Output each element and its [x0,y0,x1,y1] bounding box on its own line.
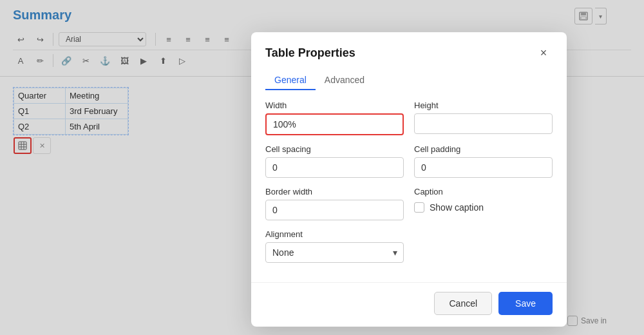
tab-advanced[interactable]: Advanced [316,71,374,90]
caption-label: Caption [414,187,553,196]
modal-header: Table Properties × [251,32,567,71]
cell-padding-input[interactable] [414,157,553,178]
table-properties-modal: Table Properties × General Advanced Widt… [251,32,567,327]
cell-padding-label: Cell padding [414,144,553,154]
save-button[interactable]: Save [498,292,553,315]
cell-padding-group: Cell padding [414,144,553,178]
show-caption-row: Show caption [414,202,553,213]
empty-group [414,229,553,263]
height-input[interactable] [414,113,553,134]
alignment-select[interactable]: None Left Center Right [265,242,404,263]
cell-spacing-group: Cell spacing [265,144,404,178]
border-width-label: Border width [265,187,404,196]
width-height-row: Width Height [265,100,553,135]
width-input[interactable] [265,113,404,135]
modal-title: Table Properties [265,46,355,60]
cell-spacing-input[interactable] [265,157,404,178]
tab-general[interactable]: General [265,71,316,90]
modal-footer: Cancel Save [251,282,567,327]
show-caption-label: Show caption [430,202,484,213]
height-label: Height [414,100,553,110]
caption-group: Caption Show caption [414,187,553,220]
width-label: Width [265,100,404,110]
alignment-select-wrapper: None Left Center Right [265,242,404,263]
cell-spacing-label: Cell spacing [265,144,404,154]
cancel-button[interactable]: Cancel [434,292,492,315]
border-width-input[interactable] [265,200,404,220]
modal-tabs: General Advanced [251,71,567,90]
height-group: Height [414,100,553,135]
alignment-label: Alignment [265,229,404,239]
modal-close-button[interactable]: × [535,44,553,62]
alignment-group: Alignment None Left Center Right [265,229,404,263]
alignment-row: Alignment None Left Center Right [265,229,553,263]
spacing-padding-row: Cell spacing Cell padding [265,144,553,178]
width-group: Width [265,100,404,135]
show-caption-checkbox[interactable] [414,202,424,213]
border-caption-row: Border width Caption Show caption [265,187,553,220]
border-width-group: Border width [265,187,404,220]
modal-body: Width Height Cell spacing Cell padding B… [251,100,567,282]
